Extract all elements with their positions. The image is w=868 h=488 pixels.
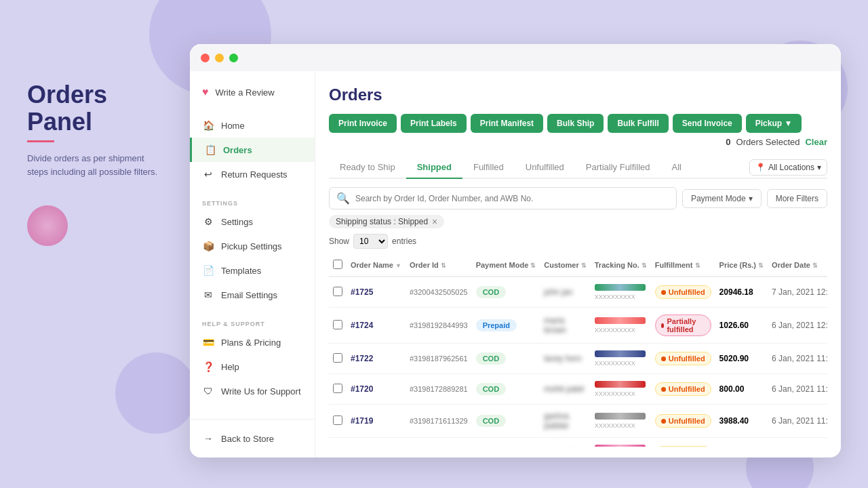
entries-select[interactable]: 10 25 50 100 xyxy=(353,234,388,249)
tab-partially-fulfilled[interactable]: Partially Fulfilled xyxy=(575,157,661,179)
sidebar-item-return-requests[interactable]: ↩ Return Requests xyxy=(190,162,315,186)
row-order-name: #1720 xyxy=(347,374,406,405)
row-checkbox[interactable] xyxy=(333,320,342,329)
more-filters-button[interactable]: More Filters xyxy=(767,189,827,208)
table-header-row: Order Name ▼ Order Id ⇅ Payment Mode ⇅ xyxy=(329,254,827,277)
sidebar-item-settings[interactable]: ⚙ Settings xyxy=(190,209,315,234)
row-payment-mode: COD xyxy=(472,344,540,374)
row-checkbox-cell xyxy=(329,308,347,344)
show-label: Show xyxy=(329,237,349,246)
clear-selection-button[interactable]: Clear xyxy=(805,137,827,147)
row-payment-mode: Prepaid xyxy=(472,308,540,344)
row-customer: garima patidar xyxy=(540,405,590,438)
row-checkbox[interactable] xyxy=(333,384,342,393)
sidebar-nav-section: 🏠 Home 📋 Orders ↩ Return Requests xyxy=(190,106,315,189)
status-dot xyxy=(661,323,665,328)
send-invoice-button[interactable]: Send Invoice xyxy=(673,114,742,133)
heart-icon: ♥ xyxy=(202,86,209,98)
chip-remove-icon[interactable]: × xyxy=(432,217,437,226)
sidebar-help-label: Help xyxy=(221,362,239,372)
sidebar-item-write-review[interactable]: ♥ Write a Review xyxy=(190,78,315,106)
print-manifest-button[interactable]: Print Manifest xyxy=(471,114,543,133)
return-icon: ↩ xyxy=(202,168,214,180)
tracking-bar xyxy=(595,317,646,324)
print-labels-button[interactable]: Print Labels xyxy=(401,114,467,133)
sidebar-item-templates[interactable]: 📄 Templates xyxy=(190,258,315,283)
row-payment-mode: COD xyxy=(472,405,540,438)
table-row: #1720 #3198172889281 COD mohit patel XXX… xyxy=(329,374,827,405)
tracking-sub: XXXXXXXXXX xyxy=(595,422,647,429)
order-tabs: Ready to Ship Shipped Fulfilled Unfulfil… xyxy=(329,157,827,179)
entries-label: entries xyxy=(392,237,416,246)
row-tracking: XXXXXXXXXX xyxy=(591,277,651,308)
header-order-name[interactable]: Order Name ▼ xyxy=(347,254,406,277)
tracking-bar xyxy=(595,350,646,357)
sort-icon: ⇅ xyxy=(581,262,587,269)
pickup-button[interactable]: Pickup ▼ xyxy=(746,114,802,133)
tab-all[interactable]: All xyxy=(661,157,692,179)
row-order-name: #1722 xyxy=(347,344,406,374)
row-fulfillment: Unfulfilled xyxy=(651,405,715,438)
bulk-ship-button[interactable]: Bulk Ship xyxy=(547,114,604,133)
row-price: 11800.00 xyxy=(715,438,768,447)
close-button[interactable] xyxy=(201,54,210,62)
payment-badge: COD xyxy=(476,383,506,395)
row-checkbox[interactable] xyxy=(333,353,342,363)
header-order-id[interactable]: Order Id ⇅ xyxy=(406,254,472,277)
filter-chips: Shipping status : Shipped × xyxy=(329,215,827,228)
header-order-date[interactable]: Order Date ⇅ xyxy=(768,254,827,277)
maximize-button[interactable] xyxy=(229,54,238,62)
header-payment-mode[interactable]: Payment Mode ⇅ xyxy=(472,254,540,277)
row-customer: lacey horn xyxy=(540,344,590,374)
sidebar-item-home[interactable]: 🏠 Home xyxy=(190,113,315,138)
bulk-fulfill-button[interactable]: Bulk Fulfill xyxy=(608,114,668,133)
row-checkbox-cell xyxy=(329,277,347,308)
main-content: Orders Print Invoice Print Labels Print … xyxy=(315,44,841,458)
settings-section-label: SETTINGS xyxy=(190,196,315,209)
header-checkbox-cell xyxy=(329,254,347,277)
minimize-button[interactable] xyxy=(215,54,224,62)
tab-fulfilled[interactable]: Fulfilled xyxy=(462,157,515,179)
sidebar-item-pickup-settings[interactable]: 📦 Pickup Settings xyxy=(190,234,315,258)
payment-badge: Prepaid xyxy=(476,319,517,331)
sidebar-item-back-to-store[interactable]: → Back to Store xyxy=(190,426,315,451)
tracking-sub: XXXXXXXXXX xyxy=(595,360,647,367)
search-box[interactable]: 🔍 xyxy=(329,187,677,209)
print-invoice-button[interactable]: Print Invoice xyxy=(329,114,397,133)
header-fulfillment[interactable]: Fulfillment ⇅ xyxy=(651,254,715,277)
row-checkbox[interactable] xyxy=(333,287,342,296)
tab-ready-to-ship[interactable]: Ready to Ship xyxy=(329,157,406,179)
location-filter[interactable]: 📍 All Locations ▾ xyxy=(749,159,827,176)
status-dot xyxy=(661,419,666,424)
tracking-cell: XXXXXXXXXX xyxy=(595,317,647,333)
select-all-checkbox[interactable] xyxy=(333,260,342,269)
tracking-sub: XXXXXXXXXX xyxy=(595,327,647,333)
tab-unfulfilled[interactable]: Unfulfilled xyxy=(515,157,575,179)
fulfillment-badge: Unfulfilled xyxy=(655,446,711,447)
row-checkbox-cell xyxy=(329,344,347,374)
sidebar-item-support[interactable]: 🛡 Write Us for Support xyxy=(190,379,315,403)
row-checkbox[interactable] xyxy=(333,415,342,425)
tracking-cell: XXXXXXXXXX xyxy=(595,413,647,429)
sidebar-return-label: Return Requests xyxy=(221,169,288,180)
row-payment-mode: COD xyxy=(472,374,540,405)
status-dot xyxy=(661,290,666,295)
sidebar-item-help[interactable]: ❓ Help xyxy=(190,354,315,379)
sidebar-item-plans[interactable]: 💳 Plans & Pricing xyxy=(190,330,315,354)
header-tracking-no[interactable]: Tracking No. ⇅ xyxy=(591,254,651,277)
header-price[interactable]: Price (Rs.) ⇅ xyxy=(715,254,768,277)
customer-name: john jan xyxy=(544,287,572,297)
sidebar-settings-section: SETTINGS ⚙ Settings 📦 Pickup Settings 📄 … xyxy=(190,189,315,310)
sidebar-item-email-settings[interactable]: ✉ Email Settings xyxy=(190,283,315,307)
header-customer[interactable]: Customer ⇅ xyxy=(540,254,590,277)
payment-mode-filter[interactable]: Payment Mode ▾ xyxy=(682,189,762,208)
back-icon: → xyxy=(202,432,214,445)
search-input[interactable] xyxy=(355,194,669,203)
row-fulfillment: Unfulfilled xyxy=(651,438,715,447)
sidebar-item-orders[interactable]: 📋 Orders xyxy=(190,138,315,162)
row-order-name: #1719 xyxy=(347,405,406,438)
row-customer: mohit patel xyxy=(540,374,590,405)
tracking-bar xyxy=(595,445,646,447)
tab-shipped[interactable]: Shipped xyxy=(406,157,462,179)
fulfillment-badge: Unfulfilled xyxy=(655,414,711,428)
